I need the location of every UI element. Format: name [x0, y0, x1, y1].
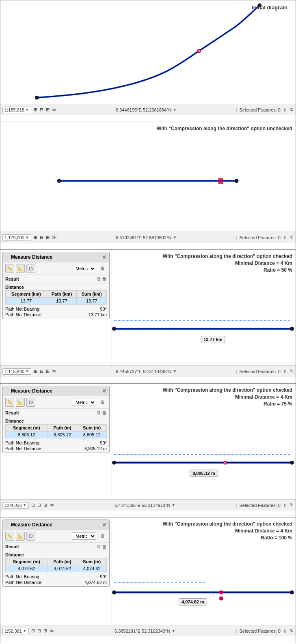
result-section-4: Result ⧉ 🗑: [3, 409, 109, 417]
unit-select-5[interactable]: Metric: [72, 532, 96, 540]
pause-icon-3[interactable]: ⏸: [283, 369, 287, 374]
path-val-3: 13.77: [47, 298, 77, 305]
result-section-3: Result ⧉ 🗑: [3, 275, 109, 283]
nav-icon-3-1: ⊞: [34, 369, 37, 374]
tool-btn-4-3[interactable]: ⬡: [26, 398, 35, 407]
dist-bubble-5: 4,074.62 m: [179, 598, 207, 605]
svg-point-24: [112, 590, 116, 595]
delete-btn-3[interactable]: 🗑: [102, 276, 107, 282]
close-btn-4[interactable]: ✕: [102, 388, 107, 394]
dist-table-4: Segment (m) Path (m) Sum (m) 8,805.12 8,…: [5, 424, 107, 438]
result-section-5: Result ⧉ 🗑: [3, 543, 109, 551]
panel-4: ⋮ Measure Distance ✕ 📏 📐 ⬡ Metric ⚙ Resu…: [0, 383, 296, 517]
nav-icon-4-2: ⊟: [37, 502, 41, 508]
pause-icon-2[interactable]: ⏸: [283, 235, 287, 240]
col-path-4: Path (m): [48, 425, 77, 431]
net-bearing-row-5: Path Net Bearing: 90°: [5, 574, 107, 580]
result-label-5: Result: [5, 544, 19, 549]
nav-icon-5-2: ⊟: [37, 628, 41, 633]
divider-3: |: [236, 369, 237, 374]
svg-point-25: [290, 590, 294, 595]
nav-icon-4: ≫: [52, 107, 57, 112]
pause-icon-5[interactable]: ⏸: [283, 629, 287, 633]
selected-features-2: Selected Features: 0: [239, 235, 281, 240]
tool-btn-5-2[interactable]: 📐: [16, 532, 25, 541]
copy-btn-3[interactable]: ⧉: [97, 276, 101, 282]
net-info-3: Path Net Bearing: 90° Path Net Distance:…: [5, 306, 107, 318]
refresh-icon-2[interactable]: ↻: [290, 235, 294, 240]
net-info-4: Path Net Bearing: 90° Path Net Distance:…: [5, 440, 107, 451]
pause-icon-1[interactable]: ⏸: [283, 107, 287, 112]
unit-select-4[interactable]: Metric: [72, 399, 96, 406]
measure-dialog-5: ⋮ Measure Distance ✕ 📏 📐 ⬡ Metric ⚙ Resu…: [0, 517, 112, 625]
coords-arrow-3: ▼: [173, 369, 177, 374]
refresh-icon-1[interactable]: ↻: [290, 107, 294, 112]
scale-box-5[interactable]: 1:52,381 ▼: [2, 628, 29, 634]
gear-btn-4[interactable]: ⚙: [98, 398, 107, 407]
coord-text-4: 6.4141366°E 52.3114973°N: [115, 503, 170, 508]
dist-bubble-3: 13.77 km: [201, 336, 225, 343]
sum-val-3: 13.77: [77, 298, 107, 305]
gear-btn-5[interactable]: ⚙: [98, 532, 107, 541]
dialog-title-3: Measure Distance: [11, 254, 102, 260]
tool-btn-4-2[interactable]: 📐: [16, 398, 25, 407]
col-sum-3: Sum (km): [77, 291, 107, 298]
net-info-5: Path Net Bearing: 90° Path Net Distance:…: [5, 574, 107, 585]
svg-point-27: [219, 597, 223, 601]
tool-btn-3-3[interactable]: ⬡: [26, 264, 35, 273]
unit-select-3[interactable]: Metric: [72, 265, 96, 272]
net-bearing-row-3: Path Net Bearing: 90°: [5, 306, 107, 312]
scale-value-5: 1:52,381: [4, 629, 22, 633]
tool-btn-3-2[interactable]: 📐: [16, 264, 25, 273]
sum-val-4: 8,805.12: [77, 431, 107, 438]
dist-bubble-4: 8,805.12 m: [190, 470, 218, 477]
svg-point-7: [235, 179, 239, 183]
delete-btn-4[interactable]: 🗑: [102, 410, 107, 416]
col-segment-5: Segment (m): [6, 558, 48, 565]
gear-btn-3[interactable]: ⚙: [98, 264, 107, 273]
refresh-icon-3[interactable]: ↻: [290, 369, 294, 374]
refresh-icon-5[interactable]: ↻: [290, 628, 294, 633]
close-btn-5[interactable]: ✕: [102, 522, 107, 528]
divider-4: |: [236, 503, 237, 508]
scale-value-2: 1:179,000: [4, 235, 24, 240]
close-btn-3[interactable]: ✕: [102, 254, 107, 260]
delete-btn-5[interactable]: 🗑: [102, 544, 107, 550]
panel-3: ⋮ Measure Distance ✕ 📏 📐 ⬡ Metric ⚙ Resu…: [0, 249, 296, 383]
nav-icon-4-3: ⊞: [43, 502, 47, 508]
scale-value-1: 1:185,618: [4, 107, 24, 112]
measure-dialog-3: ⋮ Measure Distance ✕ 📏 📐 ⬡ Metric ⚙ Resu…: [0, 250, 112, 365]
net-distance-row-4: Path Net Distance: 8,805.12 m: [5, 446, 107, 451]
coords-arrow-1: ▼: [173, 107, 177, 112]
net-bearing-label-3: Path Net Bearing:: [5, 307, 41, 311]
svg-point-18: [290, 461, 294, 465]
tool-btn-5-1[interactable]: 📏: [5, 532, 14, 541]
nav-icon-5-1: ⊞: [31, 628, 35, 633]
divider-5: |: [236, 629, 237, 633]
map-area-3: With "Compression along the direction" o…: [112, 250, 296, 365]
statusbar-5: 1:52,381 ▼ ⊞ ⊟ ⊞ ≫ 6.3852291°E 52.310234…: [0, 625, 296, 636]
net-bearing-val-5: 90°: [100, 574, 107, 579]
scale-box-2[interactable]: 1:179,000 ▼: [2, 234, 31, 241]
coord-text-1: 6.3446195°E 52.2681684°N: [116, 107, 171, 112]
tool-btn-5-3[interactable]: ⬡: [26, 532, 35, 541]
copy-btn-4[interactable]: ⧉: [97, 410, 101, 416]
tool-btn-3-1[interactable]: 📏: [5, 264, 14, 273]
tool-btn-4-1[interactable]: 📏: [5, 398, 14, 407]
scale-box-3[interactable]: 1:115,690 ▼: [2, 368, 31, 375]
svg-point-17: [112, 461, 116, 465]
col-sum-4: Sum (m): [77, 425, 107, 431]
map-area-5: With "Compression along the direction" o…: [112, 517, 296, 625]
segment-val-3: 13.77: [6, 298, 47, 305]
copy-btn-5[interactable]: ⧉: [97, 544, 101, 550]
scale-arrow-5: ▼: [23, 629, 27, 633]
statusbar-2: 1:179,000 ▼ ⊞ ⊟ ⊞ ≫ 6.5702461°E 52.58105…: [0, 232, 296, 243]
panel-2: With "Compression along the direction" o…: [0, 122, 296, 249]
net-bearing-label-5: Path Net Bearing:: [5, 574, 41, 579]
dist-label-5: Distance: [5, 552, 107, 557]
scale-box-1[interactable]: 1:185,618 ▼: [2, 107, 31, 113]
scale-box-4[interactable]: 1:84,036 ▼: [2, 502, 29, 509]
refresh-icon-4[interactable]: ↻: [290, 502, 294, 508]
nav-icon-5-3: ⊞: [43, 628, 47, 633]
pause-icon-4[interactable]: ⏸: [283, 503, 287, 508]
